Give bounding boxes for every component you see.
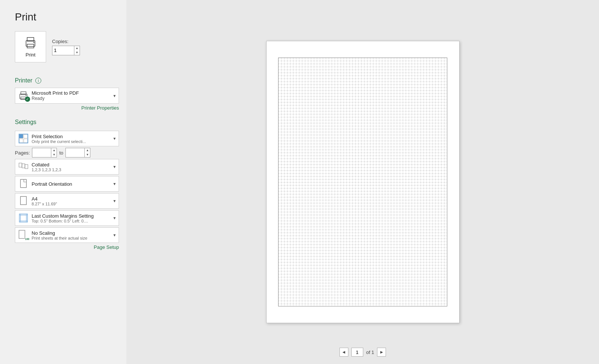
printer-selector[interactable]: ✓ Microsoft Print to PDF Ready ▾ (15, 88, 119, 104)
page-setup-link[interactable]: Page Setup (15, 244, 119, 250)
pages-from-spinner: ▲ ▼ (51, 148, 57, 157)
settings-section-title: Settings (15, 119, 119, 126)
scaling-icon-wrap: 100 (18, 230, 29, 240)
svg-rect-16 (20, 179, 26, 188)
margins-row[interactable]: Last Custom Margins Setting Top: 0.5" Bo… (15, 210, 119, 226)
margins-icon (18, 213, 29, 223)
settings-section: Print Selection Only print the current s… (15, 131, 119, 250)
pagination-bar: ◄ of 1 ► (339, 348, 386, 357)
svg-rect-10 (19, 139, 23, 143)
left-panel: Print Print Copies: ▲ ▼ (0, 0, 126, 364)
printer-status: Ready (32, 96, 110, 101)
svg-rect-13 (19, 163, 22, 167)
collated-arrow: ▾ (113, 164, 116, 169)
margins-arrow: ▾ (113, 215, 116, 221)
svg-point-7 (26, 95, 26, 95)
copies-input-wrap: ▲ ▼ (52, 46, 80, 55)
orientation-main: Portrait Orientation (32, 181, 110, 187)
copies-spinner: ▲ ▼ (74, 46, 80, 55)
copies-decrement[interactable]: ▼ (74, 51, 80, 55)
pages-to-label: to (59, 150, 63, 156)
svg-rect-9 (24, 134, 28, 138)
pages-from-decrement[interactable]: ▼ (51, 153, 57, 157)
paper-size-text: A4 8.27" x 11.69" (32, 196, 110, 206)
paper-size-sub: 8.27" x 11.69" (32, 202, 110, 206)
svg-rect-11 (24, 139, 28, 143)
printer-name: Microsoft Print to PDF (32, 90, 110, 96)
margins-sub: Top: 0.5" Bottom: 0.5" Left: 0.... (32, 219, 110, 223)
print-selection-main: Print Selection (32, 134, 110, 139)
copies-label: Copies: (52, 39, 80, 44)
margin-icon-wrap (18, 213, 29, 223)
grid-paper (278, 58, 447, 306)
print-selection-text: Print Selection Only print the current s… (32, 134, 110, 144)
scaling-sub: Print sheets at their actual size (32, 236, 110, 240)
copies-input[interactable] (52, 46, 74, 55)
pages-to-decrement[interactable]: ▼ (85, 153, 90, 157)
pages-row: Pages: ▲ ▼ to ▲ ▼ (15, 148, 119, 157)
printer-icon (24, 36, 37, 51)
next-page-button[interactable]: ► (377, 348, 386, 357)
svg-rect-5 (21, 92, 26, 95)
right-panel: ◄ of 1 ► (126, 0, 599, 364)
printer-info-icon[interactable]: i (35, 78, 41, 84)
scaling-text: No Scaling Print sheets at their actual … (32, 230, 110, 240)
print-button[interactable]: Print (15, 31, 46, 62)
svg-point-3 (33, 42, 35, 43)
collated-text: Collated 1,2,3 1,2,3 1,2,3 (32, 162, 110, 172)
paper-size-arrow: ▾ (113, 198, 116, 204)
page-number-input[interactable] (351, 348, 363, 357)
svg-rect-17 (20, 196, 26, 205)
print-selection-row[interactable]: Print Selection Only print the current s… (15, 131, 119, 146)
printer-dropdown-arrow: ▾ (113, 93, 116, 98)
orientation-text: Portrait Orientation (32, 181, 110, 187)
margins-text: Last Custom Margins Setting Top: 0.5" Bo… (32, 213, 110, 223)
scaling-icon: 100 (18, 230, 29, 240)
page-title: Print (15, 11, 119, 23)
pages-from-wrap: ▲ ▼ (32, 148, 57, 157)
pages-to-input[interactable] (65, 148, 85, 157)
copies-increment[interactable]: ▲ (74, 46, 80, 51)
svg-rect-24 (19, 230, 25, 238)
orientation-row[interactable]: Portrait Orientation ▾ (15, 176, 119, 192)
print-selection-arrow: ▾ (113, 136, 116, 141)
print-selection-sub: Only print the current selecti... (32, 139, 110, 144)
collated-row[interactable]: Collated 1,2,3 1,2,3 1,2,3 ▾ (15, 159, 119, 175)
preview-container (266, 41, 460, 323)
pages-to-spinner: ▲ ▼ (85, 148, 90, 157)
scaling-row[interactable]: 100 No Scaling Print sheets at their act… (15, 227, 119, 243)
pages-from-increment[interactable]: ▲ (51, 148, 57, 153)
ready-badge: ✓ (25, 97, 30, 102)
pages-label: Pages: (15, 150, 30, 156)
pages-from-input[interactable] (32, 148, 51, 157)
svg-rect-2 (27, 44, 34, 48)
scaling-100-text: 100 (25, 238, 29, 240)
margins-main: Last Custom Margins Setting (32, 213, 110, 219)
svg-rect-8 (19, 134, 23, 138)
orientation-arrow: ▾ (113, 181, 116, 186)
printer-section-title: Printer i (15, 77, 119, 84)
page-of-text: of 1 (366, 350, 374, 355)
paper-size-icon (18, 196, 29, 206)
pages-to-increment[interactable]: ▲ (85, 148, 90, 153)
svg-rect-14 (22, 164, 25, 168)
scaling-arrow: ▾ (113, 233, 116, 238)
collated-icon (18, 162, 29, 172)
svg-rect-15 (25, 165, 28, 169)
prev-page-button[interactable]: ◄ (339, 348, 348, 357)
print-button-label: Print (26, 52, 36, 58)
grid-canvas (278, 58, 447, 306)
scaling-main: No Scaling (32, 230, 110, 236)
collated-sub: 1,2,3 1,2,3 1,2,3 (32, 168, 110, 172)
collated-main: Collated (32, 162, 110, 168)
printer-info: Microsoft Print to PDF Ready (32, 90, 110, 101)
paper-size-row[interactable]: A4 8.27" x 11.69" ▾ (15, 193, 119, 209)
orientation-icon (18, 179, 29, 189)
print-button-area: Print Copies: ▲ ▼ (15, 31, 119, 62)
svg-rect-19 (20, 215, 26, 221)
paper-size-main: A4 (32, 196, 110, 202)
printer-icon-wrap: ✓ (18, 91, 29, 101)
pages-to-wrap: ▲ ▼ (65, 148, 90, 157)
printer-properties-link[interactable]: Printer Properties (15, 105, 119, 111)
copies-area: Copies: ▲ ▼ (52, 39, 80, 55)
